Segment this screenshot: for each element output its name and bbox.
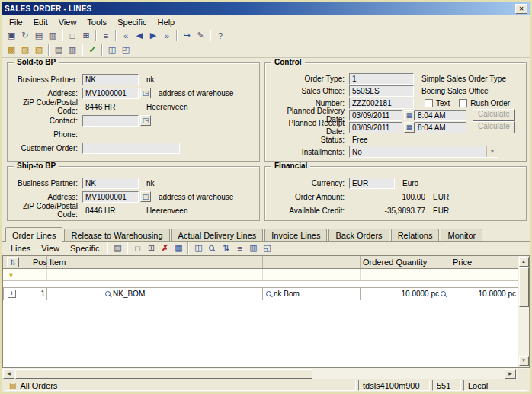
order-line-row[interactable]: + 1 NK_BOM nk Bom 10.0000 pc 10.0000 <box>3 287 518 300</box>
lines-text-editor-button[interactable]: ≡ <box>232 242 246 255</box>
delete-line-button[interactable]: ✗ <box>158 242 171 255</box>
address-browse-icon[interactable]: ◳ <box>140 88 151 98</box>
rush-order-checkbox[interactable] <box>459 99 467 107</box>
columns-button[interactable]: ▥ <box>246 242 260 255</box>
item-zoom-icon[interactable] <box>105 291 111 296</box>
planned-delivery-time-input[interactable] <box>415 110 466 121</box>
tab-monitor[interactable]: Monitor <box>441 229 482 241</box>
new-button[interactable]: □ <box>66 30 79 42</box>
description-zoom-icon[interactable] <box>266 291 271 296</box>
receipt-calendar-icon[interactable]: ▦ <box>404 122 415 133</box>
sales-office-input[interactable] <box>349 85 414 97</box>
duplicate-button[interactable]: ⊞ <box>79 30 93 42</box>
order-filter-panel[interactable]: ▤ All Orders <box>5 380 356 391</box>
item-description-cell[interactable]: nk Bom <box>263 287 361 300</box>
menu-specific[interactable]: Specific <box>112 17 152 27</box>
expand-row-button[interactable]: + <box>8 290 16 298</box>
print-button[interactable]: ▤ <box>32 30 46 42</box>
text-editor-button[interactable]: ◫ <box>105 44 119 56</box>
ship-address-input[interactable] <box>82 191 139 203</box>
calculate-receipt-button[interactable]: Calculate <box>473 121 515 133</box>
tab-release-to-warehousing[interactable]: Release to Warehousing <box>64 229 169 241</box>
vertical-scroll-thumb[interactable] <box>519 267 529 307</box>
print-invoice-button[interactable]: ▥ <box>66 44 79 56</box>
edit-button[interactable]: ✎ <box>194 30 207 42</box>
tab-actual-delivery-lines[interactable]: Actual Delivery Lines <box>171 229 264 241</box>
tab-back-orders[interactable]: Back Orders <box>328 229 389 241</box>
contact-browse-icon[interactable]: ◳ <box>140 115 151 126</box>
close-group-button[interactable]: ▧ <box>32 44 46 56</box>
menu-edit[interactable]: Edit <box>28 17 53 27</box>
tab-relations[interactable]: Relations <box>391 229 440 241</box>
order-type-input[interactable] <box>349 73 414 85</box>
menu-help[interactable]: Help <box>152 17 181 27</box>
delivery-calendar-icon[interactable]: ▦ <box>404 110 415 120</box>
close-button[interactable]: ✕ <box>515 4 527 14</box>
line-details-button[interactable]: ◫ <box>191 242 205 255</box>
tab-order-lines[interactable]: Order Lines <box>5 227 62 242</box>
list-button[interactable]: ≡ <box>99 30 113 42</box>
ship-business-partner-input[interactable] <box>82 178 139 189</box>
calculate-delivery-button[interactable]: Calculate <box>473 109 515 121</box>
text-checkbox[interactable] <box>425 99 433 107</box>
pos-column-header[interactable]: Pos <box>30 256 47 268</box>
lines-view-menu[interactable]: View <box>36 243 65 254</box>
scroll-up-icon[interactable]: ▲ <box>519 257 529 267</box>
refresh-button[interactable]: ↻ <box>18 30 32 42</box>
scroll-right-icon[interactable]: ▶ <box>505 369 516 379</box>
help-button[interactable]: ? <box>213 30 227 42</box>
lines-menu[interactable]: Lines <box>5 243 36 254</box>
vertical-scrollbar[interactable]: ▲ ▼ <box>518 255 530 367</box>
sort-button[interactable]: ⇅ <box>219 242 232 255</box>
filter-cell[interactable] <box>30 269 47 280</box>
ordered-quantity-column-header[interactable]: Ordered Quantity <box>361 256 450 268</box>
item-cell[interactable]: NK_BOM <box>47 287 263 300</box>
dropdown-arrow-icon[interactable]: ▼ <box>486 146 498 157</box>
description-column-header[interactable] <box>263 256 361 268</box>
unit-zoom-icon[interactable] <box>441 291 446 296</box>
next-record-button[interactable]: ▶ <box>146 30 160 42</box>
price-column-header[interactable]: Price <box>450 256 518 268</box>
business-partner-input[interactable] <box>82 74 139 85</box>
previous-record-button[interactable]: ◀ <box>133 30 146 42</box>
customer-order-input[interactable] <box>82 143 180 154</box>
filter-cell[interactable] <box>361 269 450 280</box>
first-record-button[interactable]: « <box>119 30 133 42</box>
menu-tools[interactable]: Tools <box>82 17 112 27</box>
filter-cell[interactable] <box>47 269 263 280</box>
price-cell[interactable]: 10.0000 pc <box>450 287 518 300</box>
new-group-button[interactable]: ▩ <box>5 44 18 56</box>
tab-invoice-lines[interactable]: Invoice Lines <box>264 229 327 241</box>
print-preview-button[interactable]: ▥ <box>46 30 59 42</box>
currency-input[interactable] <box>349 178 395 189</box>
open-group-button[interactable]: ▨ <box>18 44 32 56</box>
approve-button[interactable]: ✓ <box>85 44 99 56</box>
planned-receipt-time-input[interactable] <box>415 122 466 133</box>
address-input[interactable] <box>82 88 139 99</box>
filter-cell[interactable] <box>263 269 361 280</box>
filter-cell[interactable]: ▼ <box>3 269 30 280</box>
contact-input[interactable] <box>82 115 139 127</box>
item-column-header[interactable]: Item <box>47 256 263 268</box>
print-order-button[interactable]: ▤ <box>52 44 66 56</box>
zoom-session-button[interactable]: ◱ <box>260 242 274 255</box>
planned-delivery-date-input[interactable] <box>349 110 402 121</box>
installments-select[interactable]: No ▼ <box>349 146 498 158</box>
find-button[interactable] <box>205 242 219 255</box>
scroll-left-icon[interactable]: ◀ <box>3 369 14 379</box>
menu-file[interactable]: File <box>4 17 28 27</box>
graph-button[interactable]: ▦ <box>171 242 185 255</box>
ordered-quantity-cell[interactable]: 10.0000 pc <box>361 287 450 300</box>
horizontal-scrollbar[interactable]: ◀ ▶ <box>2 367 530 379</box>
duplicate-line-button[interactable]: ⊞ <box>144 242 158 255</box>
goto-button[interactable]: ↪ <box>180 30 194 42</box>
save-button[interactable]: ▣ <box>5 30 18 42</box>
ship-address-browse-icon[interactable]: ◳ <box>140 191 151 202</box>
horizontal-scroll-thumb[interactable] <box>15 369 312 379</box>
lines-specific-menu[interactable]: Specific <box>65 243 105 254</box>
sort-corner-button[interactable]: ⇅ <box>7 257 19 267</box>
menu-view[interactable]: View <box>53 17 82 27</box>
scroll-down-icon[interactable]: ▼ <box>519 356 529 366</box>
last-record-button[interactable]: » <box>160 30 174 42</box>
filter-cell[interactable] <box>450 269 518 280</box>
